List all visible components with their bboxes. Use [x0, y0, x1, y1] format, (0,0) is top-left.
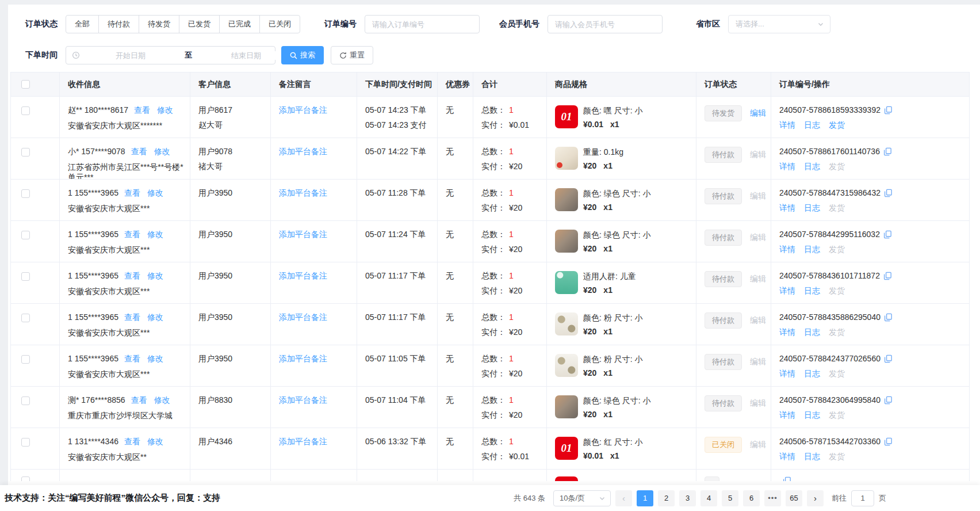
pagination-next-button[interactable]: › [807, 490, 824, 506]
row-checkbox[interactable] [21, 476, 30, 481]
pagination-page-3[interactable]: 3 [679, 490, 696, 506]
row-checkbox[interactable] [21, 314, 30, 322]
status-option-2[interactable]: 待发货 [139, 15, 179, 33]
status-option-3[interactable]: 已发货 [179, 15, 220, 33]
add-platform-remark-link[interactable]: 添加平台备注 [279, 230, 327, 239]
edit-link[interactable]: 编辑 [750, 191, 766, 200]
copy-order-number-icon[interactable] [884, 396, 893, 405]
add-platform-remark-link[interactable]: 添加平台备注 [279, 147, 327, 156]
modify-link[interactable]: 修改 [147, 312, 163, 322]
add-platform-remark-link[interactable]: 添加平台备注 [279, 188, 327, 197]
pagination-page-5[interactable]: 5 [722, 490, 738, 506]
row-checkbox[interactable] [21, 189, 30, 198]
detail-link[interactable]: 详情 [779, 410, 795, 421]
copy-order-number-icon[interactable] [783, 476, 791, 481]
copy-order-number-icon[interactable] [884, 313, 893, 322]
copy-order-number-icon[interactable] [884, 437, 893, 446]
pagination-page-6[interactable]: 6 [743, 490, 760, 506]
edit-link[interactable]: 编辑 [750, 357, 766, 366]
edit-link[interactable]: 编辑 [750, 398, 766, 407]
add-platform-remark-link[interactable]: 添加平台备注 [279, 395, 327, 405]
modify-link[interactable]: 修改 [147, 437, 163, 446]
edit-link[interactable]: 编辑 [750, 315, 766, 325]
log-link[interactable]: 日志 [804, 452, 820, 462]
row-checkbox[interactable] [21, 272, 30, 281]
log-link[interactable]: 日志 [804, 245, 820, 255]
search-button[interactable]: 搜索 [281, 46, 324, 64]
ship-link[interactable]: 发货 [829, 162, 845, 172]
row-checkbox[interactable] [21, 438, 30, 447]
edit-link[interactable]: 编辑 [750, 232, 766, 242]
detail-link[interactable]: 详情 [779, 203, 795, 213]
view-link[interactable]: 查看 [131, 147, 147, 156]
detail-link[interactable]: 详情 [779, 369, 795, 379]
copy-order-number-icon[interactable] [884, 106, 893, 115]
log-link[interactable]: 日志 [804, 162, 820, 172]
modify-link[interactable]: 修改 [147, 230, 163, 239]
pagination-ellipsis[interactable]: ••• [764, 490, 781, 506]
add-platform-remark-link[interactable]: 添加平台备注 [279, 271, 327, 280]
page-size-select[interactable]: 10条/页 [553, 490, 611, 506]
view-link[interactable]: 查看 [124, 312, 140, 322]
ship-link[interactable]: 发货 [829, 286, 845, 296]
status-option-5[interactable]: 已关闭 [259, 15, 300, 33]
pagination-page-4[interactable]: 4 [700, 490, 717, 506]
add-platform-remark-link[interactable]: 添加平台备注 [279, 354, 327, 363]
add-platform-remark-link[interactable]: 添加平台备注 [279, 437, 327, 446]
pagination-page-2[interactable]: 2 [658, 490, 675, 506]
start-date-input[interactable] [80, 51, 181, 60]
detail-link[interactable]: 详情 [779, 452, 795, 462]
edit-link[interactable]: 编辑 [750, 440, 766, 449]
copy-order-number-icon[interactable] [883, 230, 892, 239]
log-link[interactable]: 日志 [804, 369, 820, 379]
row-checkbox[interactable] [21, 231, 30, 239]
modify-link[interactable]: 修改 [147, 354, 163, 363]
view-link[interactable]: 查看 [124, 230, 140, 239]
status-option-1[interactable]: 待付款 [98, 15, 139, 33]
detail-link[interactable]: 详情 [779, 327, 795, 338]
ship-link[interactable]: 发货 [829, 203, 845, 213]
row-checkbox[interactable] [21, 355, 30, 364]
ship-link[interactable]: 发货 [829, 245, 845, 255]
ship-link[interactable]: 发货 [829, 410, 845, 421]
row-checkbox[interactable] [21, 148, 30, 157]
add-platform-remark-link[interactable]: 添加平台备注 [279, 312, 327, 322]
modify-link[interactable]: 修改 [147, 188, 163, 197]
detail-link[interactable]: 详情 [779, 245, 795, 255]
view-link[interactable]: 查看 [131, 395, 147, 405]
ship-link[interactable]: 发货 [829, 369, 845, 379]
copy-order-number-icon[interactable] [883, 147, 892, 156]
goto-page-input[interactable] [851, 490, 874, 506]
view-link[interactable]: 查看 [124, 271, 140, 280]
status-option-0[interactable]: 全部 [66, 15, 99, 33]
log-link[interactable]: 日志 [804, 327, 820, 338]
date-range-picker[interactable]: 至 [66, 46, 275, 64]
view-link[interactable]: 查看 [124, 188, 140, 197]
pagination-page-65[interactable]: 65 [786, 490, 802, 506]
select-all-checkbox[interactable] [21, 80, 30, 89]
ship-link[interactable]: 发货 [829, 120, 845, 131]
modify-link[interactable]: 修改 [147, 271, 163, 280]
copy-order-number-icon[interactable] [884, 354, 893, 363]
phone-input[interactable] [548, 15, 663, 33]
copy-order-number-icon[interactable] [883, 272, 892, 280]
pagination-prev-button[interactable]: ‹ [615, 490, 632, 506]
detail-link[interactable]: 详情 [779, 120, 795, 131]
copy-order-number-icon[interactable] [884, 189, 893, 197]
reset-button[interactable]: 重置 [331, 46, 373, 64]
log-link[interactable]: 日志 [804, 410, 820, 421]
detail-link[interactable]: 详情 [779, 162, 795, 172]
edit-link[interactable]: 编辑 [750, 150, 766, 159]
log-link[interactable]: 日志 [804, 203, 820, 213]
modify-link[interactable]: 修改 [154, 147, 170, 156]
order-no-input[interactable] [365, 15, 480, 33]
edit-link[interactable]: 编辑 [750, 274, 766, 283]
row-checkbox[interactable] [21, 396, 30, 405]
add-platform-remark-link[interactable]: 添加平台备注 [279, 105, 327, 115]
view-link[interactable]: 查看 [124, 437, 140, 446]
pagination-page-1[interactable]: 1 [637, 490, 653, 506]
ship-link[interactable]: 发货 [829, 327, 845, 338]
region-select[interactable]: 请选择... [728, 15, 830, 33]
view-link[interactable]: 查看 [134, 105, 150, 115]
ship-link[interactable]: 发货 [829, 452, 845, 462]
